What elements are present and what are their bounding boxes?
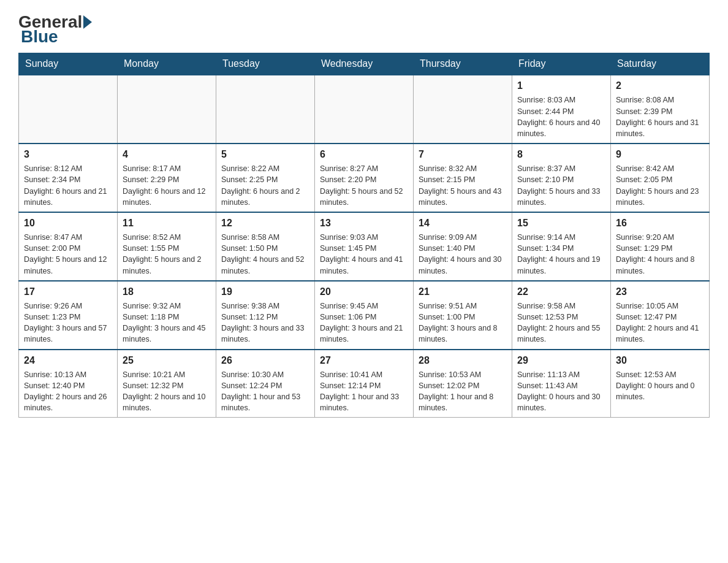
- day-info: Sunrise: 8:52 AM Sunset: 1:55 PM Dayligh…: [123, 232, 211, 277]
- day-number: 24: [24, 354, 112, 367]
- logo-triangle-icon: [83, 15, 92, 29]
- calendar-cell: 17Sunrise: 9:26 AM Sunset: 1:23 PM Dayli…: [19, 281, 118, 350]
- day-info: Sunrise: 9:45 AM Sunset: 1:06 PM Dayligh…: [320, 301, 408, 345]
- day-info: Sunrise: 9:51 AM Sunset: 1:00 PM Dayligh…: [419, 301, 507, 345]
- day-number: 21: [419, 285, 507, 299]
- day-number: 27: [320, 354, 408, 367]
- calendar-week-row: 17Sunrise: 9:26 AM Sunset: 1:23 PM Dayli…: [19, 281, 710, 350]
- calendar-cell: 1Sunrise: 8:03 AM Sunset: 2:44 PM Daylig…: [512, 75, 611, 144]
- day-number: 10: [24, 216, 112, 230]
- day-number: 23: [616, 285, 704, 299]
- day-number: 11: [123, 216, 211, 230]
- day-number: 20: [320, 285, 408, 299]
- day-number: 18: [123, 285, 211, 299]
- day-info: Sunrise: 8:32 AM Sunset: 2:15 PM Dayligh…: [419, 163, 507, 208]
- calendar-cell: [19, 75, 118, 144]
- weekday-header-sunday: Sunday: [19, 53, 118, 75]
- calendar-cell: 3Sunrise: 8:12 AM Sunset: 2:34 PM Daylig…: [19, 144, 118, 212]
- day-info: Sunrise: 8:42 AM Sunset: 2:05 PM Dayligh…: [616, 163, 704, 208]
- day-number: 15: [517, 216, 605, 230]
- day-info: Sunset: 12:53 AM Daylight: 0 hours and 0…: [616, 369, 704, 402]
- calendar-cell: 6Sunrise: 8:27 AM Sunset: 2:20 PM Daylig…: [315, 144, 414, 212]
- day-info: Sunrise: 10:41 AM Sunset: 12:14 PM Dayli…: [320, 369, 408, 414]
- calendar-cell: 5Sunrise: 8:22 AM Sunset: 2:25 PM Daylig…: [216, 144, 315, 212]
- weekday-header-tuesday: Tuesday: [216, 53, 315, 75]
- day-number: 26: [221, 354, 309, 367]
- calendar-cell: 9Sunrise: 8:42 AM Sunset: 2:05 PM Daylig…: [611, 144, 710, 212]
- day-info: Sunrise: 8:03 AM Sunset: 2:44 PM Dayligh…: [517, 94, 605, 139]
- calendar-cell: 13Sunrise: 9:03 AM Sunset: 1:45 PM Dayli…: [315, 212, 414, 281]
- page-header: General Blue: [18, 12, 710, 47]
- calendar-cell: 28Sunrise: 10:53 AM Sunset: 12:02 PM Day…: [414, 350, 512, 418]
- day-number: 19: [221, 285, 309, 299]
- calendar-cell: 18Sunrise: 9:32 AM Sunset: 1:18 PM Dayli…: [118, 281, 216, 350]
- day-info: Sunrise: 10:53 AM Sunset: 12:02 PM Dayli…: [419, 369, 507, 414]
- day-info: Sunrise: 9:09 AM Sunset: 1:40 PM Dayligh…: [419, 232, 507, 277]
- day-info: Sunrise: 8:37 AM Sunset: 2:10 PM Dayligh…: [517, 163, 605, 208]
- calendar-cell: 4Sunrise: 8:17 AM Sunset: 2:29 PM Daylig…: [118, 144, 216, 212]
- day-number: 5: [221, 148, 309, 161]
- calendar-cell: 30Sunset: 12:53 AM Daylight: 0 hours and…: [611, 350, 710, 418]
- calendar-cell: 12Sunrise: 8:58 AM Sunset: 1:50 PM Dayli…: [216, 212, 315, 281]
- day-info: Sunrise: 9:32 AM Sunset: 1:18 PM Dayligh…: [123, 301, 211, 345]
- weekday-header-thursday: Thursday: [414, 53, 512, 75]
- weekday-header-monday: Monday: [118, 53, 216, 75]
- calendar-cell: 2Sunrise: 8:08 AM Sunset: 2:39 PM Daylig…: [611, 75, 710, 144]
- calendar-cell: 15Sunrise: 9:14 AM Sunset: 1:34 PM Dayli…: [512, 212, 611, 281]
- day-number: 22: [517, 285, 605, 299]
- day-info: Sunrise: 10:05 AM Sunset: 12:47 PM Dayli…: [616, 301, 704, 345]
- day-info: Sunrise: 8:47 AM Sunset: 2:00 PM Dayligh…: [24, 232, 112, 277]
- day-number: 2: [616, 79, 704, 93]
- weekday-header-friday: Friday: [512, 53, 611, 75]
- day-info: Sunrise: 9:03 AM Sunset: 1:45 PM Dayligh…: [320, 232, 408, 277]
- calendar-cell: [216, 75, 315, 144]
- weekday-header-saturday: Saturday: [611, 53, 710, 75]
- day-number: 9: [616, 148, 704, 161]
- day-number: 7: [419, 148, 507, 161]
- day-number: 13: [320, 216, 408, 230]
- day-number: 25: [123, 354, 211, 367]
- calendar-cell: 27Sunrise: 10:41 AM Sunset: 12:14 PM Day…: [315, 350, 414, 418]
- day-number: 6: [320, 148, 408, 161]
- calendar-cell: 7Sunrise: 8:32 AM Sunset: 2:15 PM Daylig…: [414, 144, 512, 212]
- calendar-cell: 25Sunrise: 10:21 AM Sunset: 12:32 PM Day…: [118, 350, 216, 418]
- logo: General Blue: [18, 12, 93, 47]
- day-number: 14: [419, 216, 507, 230]
- day-info: Sunrise: 8:17 AM Sunset: 2:29 PM Dayligh…: [123, 163, 211, 208]
- day-number: 28: [419, 354, 507, 367]
- day-info: Sunrise: 10:21 AM Sunset: 12:32 PM Dayli…: [123, 369, 211, 414]
- calendar-cell: 19Sunrise: 9:38 AM Sunset: 1:12 PM Dayli…: [216, 281, 315, 350]
- day-number: 8: [517, 148, 605, 161]
- day-info: Sunrise: 9:14 AM Sunset: 1:34 PM Dayligh…: [517, 232, 605, 277]
- day-info: Sunrise: 10:13 AM Sunset: 12:40 PM Dayli…: [24, 369, 112, 414]
- calendar-week-row: 10Sunrise: 8:47 AM Sunset: 2:00 PM Dayli…: [19, 212, 710, 281]
- calendar-cell: [414, 75, 512, 144]
- calendar-cell: 14Sunrise: 9:09 AM Sunset: 1:40 PM Dayli…: [414, 212, 512, 281]
- weekday-header-row: SundayMondayTuesdayWednesdayThursdayFrid…: [19, 53, 710, 75]
- day-info: Sunrise: 8:27 AM Sunset: 2:20 PM Dayligh…: [320, 163, 408, 208]
- calendar-cell: 23Sunrise: 10:05 AM Sunset: 12:47 PM Day…: [611, 281, 710, 350]
- calendar-cell: 11Sunrise: 8:52 AM Sunset: 1:55 PM Dayli…: [118, 212, 216, 281]
- calendar-cell: 26Sunrise: 10:30 AM Sunset: 12:24 PM Day…: [216, 350, 315, 418]
- calendar-week-row: 3Sunrise: 8:12 AM Sunset: 2:34 PM Daylig…: [19, 144, 710, 212]
- calendar-table: SundayMondayTuesdayWednesdayThursdayFrid…: [18, 53, 710, 418]
- day-number: 12: [221, 216, 309, 230]
- calendar-cell: [118, 75, 216, 144]
- day-info: Sunrise: 10:30 AM Sunset: 12:24 PM Dayli…: [221, 369, 309, 414]
- day-info: Sunrise: 9:38 AM Sunset: 1:12 PM Dayligh…: [221, 301, 309, 345]
- calendar-cell: 29Sunrise: 11:13 AM Sunset: 11:43 AM Day…: [512, 350, 611, 418]
- day-info: Sunrise: 8:58 AM Sunset: 1:50 PM Dayligh…: [221, 232, 309, 277]
- day-number: 1: [517, 79, 605, 93]
- day-number: 3: [24, 148, 112, 161]
- calendar-cell: 20Sunrise: 9:45 AM Sunset: 1:06 PM Dayli…: [315, 281, 414, 350]
- calendar-cell: 8Sunrise: 8:37 AM Sunset: 2:10 PM Daylig…: [512, 144, 611, 212]
- day-number: 29: [517, 354, 605, 367]
- day-info: Sunrise: 9:26 AM Sunset: 1:23 PM Dayligh…: [24, 301, 112, 345]
- day-info: Sunrise: 11:13 AM Sunset: 11:43 AM Dayli…: [517, 369, 605, 414]
- day-info: Sunrise: 8:22 AM Sunset: 2:25 PM Dayligh…: [221, 163, 309, 208]
- calendar-week-row: 1Sunrise: 8:03 AM Sunset: 2:44 PM Daylig…: [19, 75, 710, 144]
- day-info: Sunrise: 9:20 AM Sunset: 1:29 PM Dayligh…: [616, 232, 704, 277]
- day-number: 30: [616, 354, 704, 367]
- day-number: 4: [123, 148, 211, 161]
- logo-blue-text: Blue: [18, 27, 58, 47]
